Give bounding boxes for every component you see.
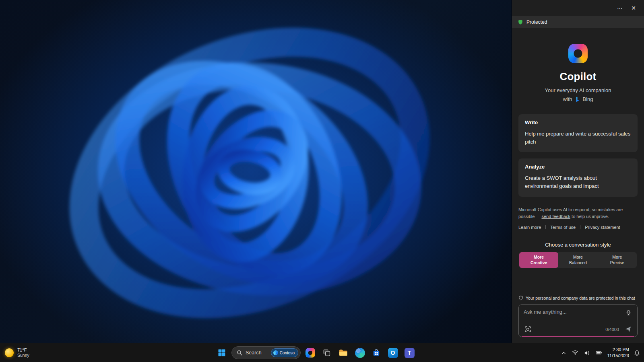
tab-label-line: Creative: [530, 260, 547, 265]
task-view-button[interactable]: [320, 346, 334, 360]
terms-of-use-link[interactable]: Terms of use: [550, 225, 576, 230]
hidden-icons-chevron[interactable]: [560, 350, 567, 356]
legal-links: Learn more Terms of use Privacy statemen…: [518, 225, 638, 230]
speaker-icon: [584, 350, 590, 356]
chat-input-box: 0/4000: [518, 304, 638, 337]
microsoft-store-button[interactable]: [369, 346, 383, 360]
chat-input-area: Your personal and company data are prote…: [512, 296, 644, 343]
teams-icon: T: [405, 348, 415, 358]
with-label: with: [563, 96, 572, 102]
contoso-label: Contoso: [280, 351, 295, 355]
tab-label-line: More: [534, 255, 544, 259]
weather-temperature: 71°F: [17, 347, 29, 353]
copilot-hero: Copilot Your everyday AI companion with …: [512, 44, 644, 102]
more-options-button[interactable]: ⋯: [613, 3, 626, 13]
style-tab-more-balanced[interactable]: More Balanced: [558, 252, 597, 268]
suggestion-card-write[interactable]: Write Help me prepare and write a succes…: [518, 114, 638, 152]
close-button[interactable]: ✕: [627, 3, 640, 13]
link-divider: [545, 225, 546, 229]
card-title: Analyze: [525, 164, 631, 170]
weather-widget[interactable]: 71°F Sunny: [5, 343, 29, 362]
tab-label-line: Balanced: [569, 260, 587, 265]
copilot-subtitle: Your everyday AI companion: [512, 87, 644, 93]
copilot-icon: [305, 348, 315, 358]
send-feedback-link[interactable]: send feedback: [541, 214, 570, 219]
folder-icon: [339, 349, 348, 356]
card-title: Write: [525, 119, 631, 125]
clock[interactable]: 2:30 PM 11/15/2023: [607, 347, 629, 359]
microphone-button[interactable]: [625, 309, 632, 317]
bell-icon: [634, 350, 640, 356]
tab-label-line: More: [612, 255, 622, 259]
teams-button[interactable]: T: [402, 346, 416, 360]
with-bing-row: with Bing: [512, 96, 644, 102]
style-tab-more-precise[interactable]: More Precise: [598, 252, 637, 268]
bloom-artwork: [0, 0, 512, 343]
battery-icon: [596, 350, 603, 356]
contoso-badge[interactable]: Contoso: [271, 348, 298, 357]
conversation-style-heading: Choose a conversation style: [512, 242, 644, 248]
start-button[interactable]: [215, 346, 229, 360]
bing-logo-icon: [575, 97, 580, 102]
protected-bar: Protected: [512, 16, 644, 28]
visual-search-button[interactable]: [524, 325, 532, 333]
search-icon: [237, 350, 242, 356]
clock-date: 11/15/2023: [607, 353, 629, 359]
card-description: Help me prepare and write a successful s…: [525, 130, 631, 146]
contoso-logo-icon: [273, 350, 278, 355]
taskbar: 71°F Sunny Search Contoso: [0, 343, 644, 362]
battery-button[interactable]: [595, 349, 603, 357]
copilot-title: Copilot: [512, 70, 644, 83]
outlook-button[interactable]: O: [386, 346, 400, 360]
protected-label: Protected: [526, 19, 547, 25]
privacy-statement-link[interactable]: Privacy statement: [585, 225, 620, 230]
privacy-note-text: Your personal and company data are prote…: [526, 296, 635, 300]
copilot-panel: ⋯ ✕ Protected Copilot Your everyday AI c…: [512, 0, 644, 343]
data-privacy-note: Your personal and company data are prote…: [518, 296, 638, 300]
send-button[interactable]: [624, 325, 632, 333]
wifi-icon: [572, 350, 578, 356]
windows-logo-icon: [218, 349, 225, 356]
notifications-button[interactable]: [633, 349, 641, 357]
panel-header: ⋯ ✕: [512, 0, 644, 16]
edge-browser-button[interactable]: [353, 346, 367, 360]
weather-condition: Sunny: [17, 353, 29, 358]
character-counter: 0/4000: [605, 327, 619, 332]
outlook-icon: O: [388, 348, 398, 358]
taskbar-search-box[interactable]: Search Contoso: [231, 346, 301, 359]
copilot-taskbar-button[interactable]: [303, 346, 317, 360]
suggestion-card-analyze[interactable]: Analyze Create a SWOT analysis about env…: [518, 158, 638, 196]
learn-more-link[interactable]: Learn more: [518, 225, 541, 230]
tab-label-line: Precise: [610, 260, 624, 265]
chat-input[interactable]: [524, 309, 625, 323]
taskbar-center: Search Contoso: [215, 343, 416, 362]
conversation-style-tabs: More Creative More Balanced More Precise: [519, 252, 637, 268]
volume-button[interactable]: [583, 349, 591, 357]
search-label: Search: [246, 350, 262, 356]
protected-shield-icon: [518, 19, 523, 25]
system-tray: 2:30 PM 11/15/2023: [560, 343, 641, 362]
card-description: Create a SWOT analysis about environment…: [525, 174, 631, 190]
network-button[interactable]: [571, 349, 579, 356]
bing-label: Bing: [583, 96, 593, 102]
shield-outline-icon: [518, 296, 523, 300]
link-divider: [580, 225, 580, 229]
copilot-logo-icon: [568, 44, 588, 63]
store-icon: [372, 348, 381, 357]
style-tab-more-creative[interactable]: More Creative: [519, 252, 558, 268]
tab-label-line: More: [573, 255, 583, 259]
ai-disclaimer: Microsoft Copilot uses AI to respond, so…: [518, 206, 638, 220]
file-explorer-button[interactable]: [336, 346, 350, 360]
task-view-icon: [322, 348, 331, 357]
edge-icon: [355, 348, 365, 358]
disclaimer-text: to help us improve.: [570, 214, 609, 219]
sun-icon: [5, 348, 14, 357]
clock-time: 2:30 PM: [607, 347, 629, 353]
